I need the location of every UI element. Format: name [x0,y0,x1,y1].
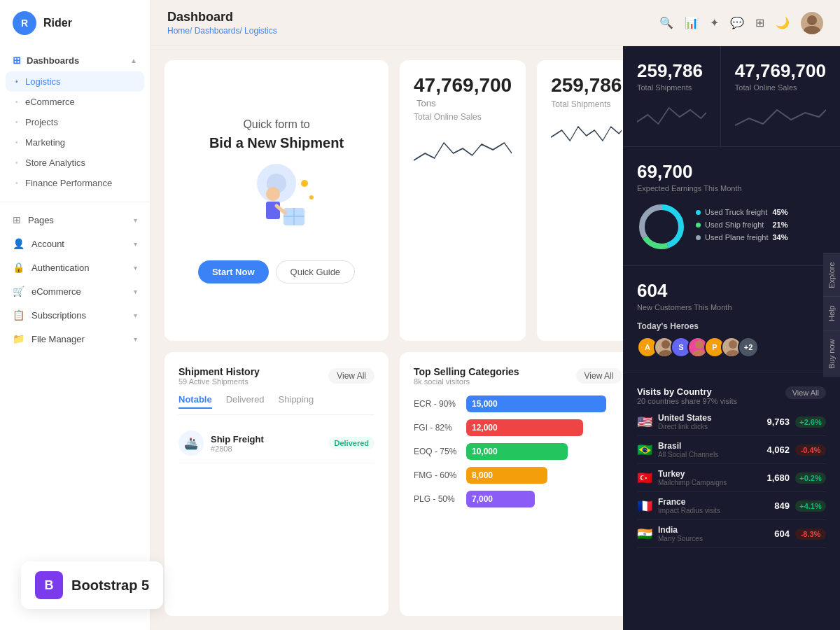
dashboards-header[interactable]: ⊞ Dashboards ▲ [0,49,150,71]
sidebar-item-store-analytics[interactable]: Store Analytics [0,153,150,173]
heroes-avatars: A S P +2 [637,337,826,358]
donut-chart [637,202,686,251]
shipment-view-all-button[interactable]: View All [328,368,374,384]
bar-eoq: 10,000 [466,443,568,460]
flag-br: 🇧🇷 [637,442,652,458]
cat-label-eoq: EOQ - 75% [414,447,459,456]
sidebar: R Rider ⊞ Dashboards ▲ Logistics eCommer… [0,0,150,630]
svg-point-16 [662,340,670,349]
top-selling-card: Top Selling Categories 8k social visitor… [400,352,623,616]
categories-list: ECR - 90% 15,000 FGI - 82% 12,000 [414,396,622,507]
search-icon[interactable]: 🔍 [659,16,673,29]
grid-icon[interactable]: ⊞ [755,16,764,29]
side-tab-help[interactable]: Help [823,297,840,330]
side-tab-explore[interactable]: Explore [823,253,840,296]
svg-point-17 [659,350,673,358]
country-row-fr: 🇫🇷 France Impact Radius visits 849 +4.1% [637,492,826,520]
country-info-us: United States Direct link clicks [658,413,756,430]
customers-number: 604 [637,280,826,302]
bootstrap-icon: B [35,571,63,599]
flag-in: 🇮🇳 [637,526,652,542]
flag-fr: 🇫🇷 [637,498,652,514]
side-tab-buy-now[interactable]: Buy now [823,330,840,377]
start-now-button[interactable]: Start Now [198,260,269,284]
change-us: +2.6% [795,416,826,428]
ship-freight-icon: 🚢 [178,430,204,456]
header-left: Dashboard Home/ Dashboards/ Logistics [167,10,277,36]
subscriptions-icon: 📋 [13,309,24,321]
svg-point-19 [692,350,706,358]
tab-notable[interactable]: Notable [178,394,212,409]
visits-subtitle: 20 countries share 97% visits [637,397,737,405]
dark-total-sales: 47,769,700 Total Online Sales [721,46,840,146]
sidebar-item-ecommerce2[interactable]: 🛒 eCommerce ▾ [0,279,150,303]
cat-bar-ecr: 15,000 [466,396,622,412]
shipment-history-subtitle: 59 Active Shipments [178,377,260,386]
flag-tr: 🇹🇷 [637,470,652,486]
total-sales-card: 47,769,700 Tons Total Online Sales [400,60,526,341]
cat-label-fmg: FMG - 60% [414,470,459,480]
logo[interactable]: R Rider [0,11,150,49]
sidebar-item-authentication[interactable]: 🔒 Authentication ▾ [0,255,150,279]
ecommerce-icon: 🛒 [13,286,24,297]
top-selling-view-all-button[interactable]: View All [576,368,622,384]
sidebar-item-subscriptions[interactable]: 📋 Subscriptions ▾ [0,303,150,327]
sidebar-item-finance-performance[interactable]: Finance Performance [0,173,150,193]
cat-bar-eoq: 10,000 [466,443,622,460]
change-br: -0.4% [795,444,826,456]
legend-truck: Used Truck freight 45% [696,208,788,216]
settings-icon[interactable]: ✦ [710,16,719,29]
sidebar-item-logistics[interactable]: Logistics [6,71,144,92]
svg-point-11 [309,195,314,200]
sidebar-item-projects[interactable]: Projects [0,112,150,132]
earnings-section: 69,700 Expected Earnings This Month [623,147,840,266]
country-row-in: 🇮🇳 India Many Sources 604 -8.3% [637,520,826,548]
dark-shipments-label: Total Shipments [637,83,706,92]
customers-label: New Customers This Month [637,303,826,312]
chart-icon[interactable]: 📊 [685,16,699,29]
content-area: Quick form to Bid a New Shipment [150,46,840,630]
dark-stats: 259,786 Total Shipments 47,769,700 Total… [623,46,840,147]
chevron-down-icon: ▾ [134,312,137,319]
tab-delivered[interactable]: Delivered [226,394,265,409]
page-header: Dashboard Home/ Dashboards/ Logistics 🔍 … [150,0,840,46]
bootstrap-badge: B Bootstrap 5 [21,561,163,609]
total-shipments-card: 259,786 Total Shipments [537,60,623,341]
quick-guide-button[interactable]: Quick Guide [276,260,356,284]
chevron-down-icon: ▾ [134,288,137,295]
ship-name: Ship Freight [211,434,321,444]
sidebar-item-pages[interactable]: ⊞ Pages ▾ [0,208,150,232]
flag-us: 🇺🇸 [637,414,652,430]
avatar[interactable] [801,12,823,34]
category-row-fgi: FGI - 82% 12,000 [414,419,622,436]
logo-icon: R [13,11,36,35]
tab-shipping[interactable]: Shipping [279,394,314,409]
sidebar-item-ecommerce[interactable]: eCommerce [0,92,150,112]
svg-point-1 [804,26,820,34]
chevron-down-icon: ▾ [134,264,137,272]
sidebar-item-account[interactable]: 👤 Account ▾ [0,232,150,255]
country-row-us: 🇺🇸 United States Direct link clicks 9,76… [637,408,826,436]
theme-icon[interactable]: 🌙 [776,16,790,29]
cat-bar-fmg: 8,000 [466,467,622,484]
visits-title: Visits by Country [637,386,737,397]
dark-total-shipments: 259,786 Total Shipments [623,46,721,146]
hero-avatar-extra: +2 [738,337,759,358]
auth-icon: 🔒 [13,262,24,273]
sidebar-item-marketing[interactable]: Marketing [0,132,150,153]
svg-point-18 [695,340,704,349]
svg-point-10 [301,180,308,187]
cat-bar-plg: 7,000 [466,491,622,507]
messages-icon[interactable]: 💬 [730,16,744,29]
main-area: Dashboard Home/ Dashboards/ Logistics 🔍 … [150,0,840,630]
sidebar-item-file-manager[interactable]: 📁 File Manager ▾ [0,327,150,351]
svg-point-0 [807,15,817,25]
chevron-up-icon: ▲ [130,57,137,64]
cat-label-fgi: FGI - 82% [414,423,459,433]
svg-rect-5 [266,202,280,219]
dark-sales-number: 47,769,700 [735,60,826,82]
visits-view-all-button[interactable]: View All [785,386,826,399]
svg-point-21 [726,350,740,358]
country-row-br: 🇧🇷 Brasil All Social Channels 4,062 -0.4… [637,436,826,464]
shipment-history-card: Shipment History 59 Active Shipments Vie… [164,352,388,616]
